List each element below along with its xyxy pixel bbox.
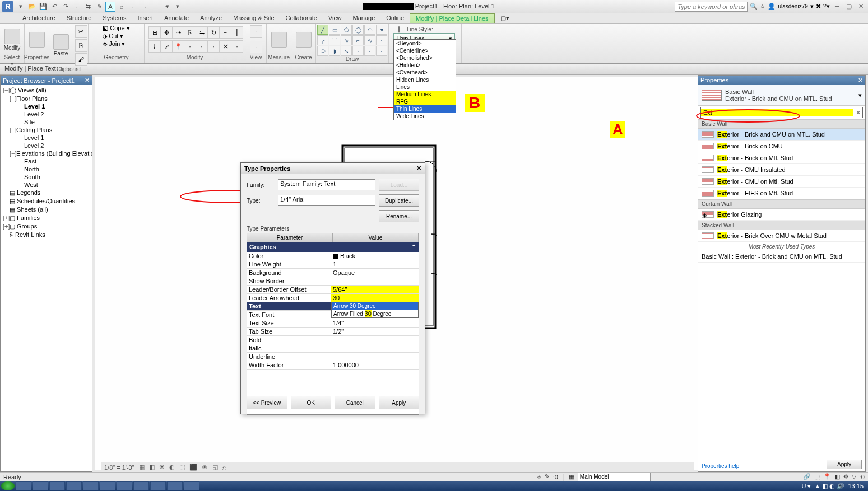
visual-style-icon[interactable]: ◧	[149, 464, 155, 471]
draw-circle-icon[interactable]: ◯	[352, 25, 364, 35]
rename-button[interactable]: Rename...	[379, 210, 419, 222]
tab-systems[interactable]: Systems	[97, 13, 132, 23]
minimize-icon[interactable]: ─	[832, 2, 842, 11]
wall-type-item[interactable]: Exterior - EIFS on Mtl. Stud	[698, 188, 865, 199]
crop-icon[interactable]: ⬚	[179, 464, 185, 471]
measure-button[interactable]	[268, 31, 290, 49]
type-selector[interactable]: Basic Wall Exterior - Brick and CMU on M…	[698, 85, 865, 106]
linestyle-opt[interactable]: Hidden Lines	[394, 76, 456, 83]
tab-online[interactable]: Online	[380, 13, 410, 23]
duplicate-button[interactable]: Duplicate...	[379, 194, 419, 207]
draw-spline-icon[interactable]: ∿	[364, 35, 375, 45]
taskbar-app[interactable]	[100, 481, 115, 490]
app-logo[interactable]: R	[2, 1, 13, 12]
linestyle-opt[interactable]: <Overhead>	[394, 69, 456, 76]
qat-3d-icon[interactable]: ⌂	[117, 2, 127, 12]
qat-measure-icon[interactable]: ✎	[94, 2, 104, 12]
linestyle-opt[interactable]: <Hidden>	[394, 62, 456, 69]
mru-item[interactable]: Basic Wall : Exterior - Brick and CMU on…	[698, 251, 865, 263]
qat-customize-icon[interactable]: ▾	[173, 2, 183, 12]
select-links-icon[interactable]: 🔗	[803, 473, 811, 480]
taskbar-app[interactable]	[16, 481, 31, 490]
view-unhide-icon[interactable]: ·	[250, 41, 262, 53]
param-row[interactable]: Text Size1/4"	[247, 319, 419, 328]
draw-more2-icon[interactable]: ·	[352, 46, 364, 56]
param-row[interactable]: Underline	[247, 353, 419, 361]
search-input[interactable]	[675, 2, 748, 12]
filter-icon[interactable]: ▽	[852, 473, 856, 480]
qat-open-icon[interactable]: ▾	[16, 2, 26, 12]
taskbar-app[interactable]	[167, 481, 183, 490]
select-pinned-icon[interactable]: 📍	[823, 473, 831, 480]
array-icon[interactable]: ⁞	[148, 40, 161, 53]
editable-only-icon[interactable]: ✎	[545, 473, 550, 480]
qat-save-icon[interactable]: 💾	[38, 2, 48, 12]
draw-rect-icon[interactable]: ▭	[329, 25, 340, 35]
project-browser-close-icon[interactable]: ✕	[85, 77, 90, 84]
linestyle-opt[interactable]: <Centerline>	[394, 47, 456, 54]
maximize-icon[interactable]: ▢	[844, 2, 854, 11]
linestyle-opt-medium[interactable]: Medium Lines	[394, 91, 456, 98]
exchange-icon[interactable]: ✖	[816, 3, 821, 10]
view-hide-icon[interactable]: ·	[250, 25, 262, 38]
subscription-icon[interactable]: ☆	[760, 3, 765, 10]
tab-massing[interactable]: Massing & Site	[228, 13, 280, 23]
detail-level-icon[interactable]: ▦	[139, 464, 145, 471]
tree-item[interactable]: South	[2, 173, 91, 181]
worksharing-icon[interactable]: ⎌	[222, 464, 226, 471]
param-row[interactable]: Show Border	[247, 277, 419, 286]
copy-icon[interactable]: ⎘	[184, 26, 196, 39]
tab-extras-icon[interactable]: ▢▾	[495, 13, 515, 23]
family-combo[interactable]: System Family: Text	[278, 179, 375, 190]
taskbar-app[interactable]	[150, 481, 166, 490]
tab-modify-place-detail-lines[interactable]: Modify | Place Detail Lines	[410, 13, 494, 23]
tree-item[interactable]: Level 2	[2, 110, 91, 118]
tree-item[interactable]: ▤ Schedules/Quantities	[2, 197, 91, 205]
tree-item[interactable]: [−]Ceiling Plans	[2, 126, 91, 134]
select-underlay-icon[interactable]: ⬚	[814, 473, 820, 480]
qat-thin-icon[interactable]: →	[139, 2, 149, 12]
taskbar-app[interactable]	[184, 481, 199, 490]
param-row[interactable]: Line Weight1	[247, 260, 419, 269]
tab-analyze[interactable]: Analyze	[194, 13, 228, 23]
qat-sync-icon[interactable]: ⇆	[83, 2, 93, 12]
taskbar-app[interactable]	[117, 481, 132, 490]
tree-item[interactable]: [−]Floor Plans	[2, 95, 91, 102]
draw-pick-icon[interactable]: ↘	[341, 46, 352, 56]
param-row[interactable]: Width Factor1.000000	[247, 361, 419, 370]
user-dropdown-icon[interactable]: ▾	[810, 3, 814, 10]
cope-button[interactable]: ⬕ Cope ▾	[103, 25, 129, 32]
properties-close-icon[interactable]: ✕	[858, 77, 863, 84]
tree-item[interactable]: West	[2, 181, 91, 189]
draw-arc-center-icon[interactable]: ⌒	[329, 35, 340, 45]
tab-architecture[interactable]: Architecture	[17, 13, 61, 23]
tab-collaborate[interactable]: Collaborate	[280, 13, 323, 23]
wall-type-item[interactable]: ◈Exterior Glazing	[698, 209, 865, 221]
taskbar-app[interactable]	[133, 481, 149, 490]
tree-item[interactable]: Level 2	[2, 142, 91, 149]
qat-open-file-icon[interactable]: 📂	[27, 2, 37, 12]
join-button[interactable]: ⬘ Join ▾	[103, 40, 125, 48]
modify-tool-button[interactable]: Modify	[1, 27, 24, 52]
load-button[interactable]: Load...	[379, 179, 419, 191]
linestyle-opt[interactable]: Wide Lines	[394, 113, 456, 120]
cat-graphics[interactable]: Graphics⌃	[247, 242, 419, 252]
tree-item[interactable]: North	[2, 165, 91, 173]
linestyle-opt[interactable]: <Demolished>	[394, 54, 456, 62]
wall-type-item[interactable]: Exterior - Brick on CMU	[698, 141, 865, 152]
draw-fillet-icon[interactable]: ⌐	[352, 35, 364, 45]
wall-type-item[interactable]: Exterior - Brick Over CMU w Metal Stud	[698, 230, 865, 242]
draw-line-icon[interactable]: ╱	[317, 25, 328, 35]
shadows-icon[interactable]: ◐	[169, 464, 175, 471]
param-row[interactable]: Italic	[247, 344, 419, 353]
extend-icon[interactable]: ·	[207, 40, 220, 53]
wall-type-item[interactable]: Exterior - Brick and CMU on MTL. Stud	[698, 129, 865, 141]
properties-apply-button[interactable]: Apply	[827, 460, 862, 469]
arrowhead-option[interactable]: Arrow 30 Degree	[332, 302, 418, 310]
tab-insert[interactable]: Insert	[132, 13, 159, 23]
view-scale[interactable]: 1/8" = 1'-0"	[104, 464, 134, 471]
type-filter-input[interactable]	[701, 109, 853, 116]
draw-more3-icon[interactable]: ·	[364, 46, 375, 56]
type-combo[interactable]: 1/4" Arial	[278, 195, 375, 206]
tree-item[interactable]: Site	[2, 118, 91, 126]
